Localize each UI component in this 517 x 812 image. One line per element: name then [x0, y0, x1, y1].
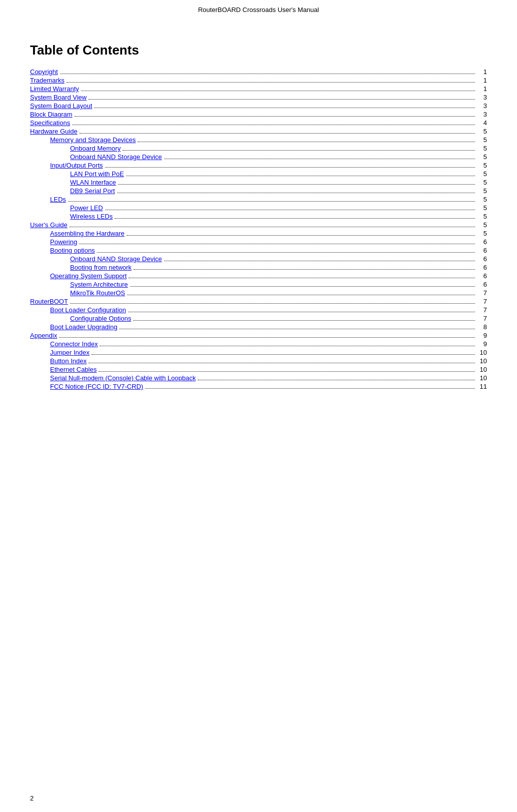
toc-page-number: 5	[477, 196, 487, 203]
toc-link[interactable]: RouterBOOT	[30, 298, 68, 305]
page-content: Table of Contents Copyright1Trademarks1L…	[0, 18, 517, 421]
toc-link[interactable]: User's Guide	[30, 221, 68, 229]
toc-link[interactable]: Boot Loader Configuration	[50, 306, 126, 314]
toc-dots	[134, 269, 475, 270]
toc-entry: Input/Output Ports5	[30, 162, 487, 169]
toc-entry: Serial Null-modem (Console) Cable with L…	[30, 374, 487, 382]
toc-entry: Trademarks1	[30, 77, 487, 84]
toc-page-number: 5	[477, 179, 487, 186]
toc-link[interactable]: Configurable Options	[70, 315, 131, 322]
toc-dots	[59, 337, 475, 338]
toc-dots	[145, 388, 475, 389]
toc-link[interactable]: Wireless LEDs	[70, 213, 113, 220]
toc-link[interactable]: Hardware Guide	[30, 128, 78, 135]
toc-list: Copyright1Trademarks1Limited Warranty1Sy…	[30, 68, 487, 390]
toc-link[interactable]: System Architecture	[70, 281, 128, 288]
toc-dots	[123, 150, 475, 151]
toc-link[interactable]: Operating System Support	[50, 272, 127, 280]
toc-link[interactable]: Serial Null-modem (Console) Cable with L…	[50, 374, 196, 382]
toc-link[interactable]: Copyright	[30, 68, 58, 76]
toc-dots	[94, 108, 475, 108]
toc-page-number: 7	[477, 315, 487, 322]
toc-link[interactable]: Onboard NAND Storage Device	[70, 153, 162, 161]
toc-link[interactable]: Trademarks	[30, 77, 65, 84]
toc-link[interactable]: Appendix	[30, 332, 57, 339]
toc-link[interactable]: Button Index	[50, 357, 87, 365]
toc-page-number: 4	[477, 119, 487, 127]
toc-link[interactable]: System Board Layout	[30, 102, 92, 110]
toc-page-number: 6	[477, 255, 487, 263]
toc-link[interactable]: FCC Notice (FCC ID: TV7-CRD)	[50, 383, 143, 390]
toc-dots	[117, 193, 475, 193]
toc-link[interactable]: Onboard Memory	[70, 145, 121, 152]
page-number: 2	[30, 794, 34, 802]
toc-link[interactable]: System Board View	[30, 94, 87, 101]
toc-link[interactable]: Booting options	[50, 247, 95, 254]
toc-link[interactable]: Booting from network	[70, 264, 132, 271]
toc-page-number: 10	[477, 357, 487, 365]
toc-dots	[127, 295, 475, 295]
toc-link[interactable]: LEDs	[50, 196, 66, 203]
toc-entry: System Board View3	[30, 94, 487, 101]
toc-link[interactable]: Onboard NAND Storage Device	[70, 255, 162, 263]
toc-dots	[89, 99, 475, 100]
toc-page-number: 7	[477, 289, 487, 297]
toc-dots	[105, 167, 475, 168]
toc-dots	[92, 354, 475, 355]
toc-link[interactable]: MikroTik RouterOS	[70, 289, 125, 297]
toc-entry: Copyright1	[30, 68, 487, 76]
toc-page-number: 3	[477, 111, 487, 118]
toc-entry: Boot Loader Configuration7	[30, 306, 487, 314]
toc-link[interactable]: Memory and Storage Devices	[50, 136, 136, 144]
toc-page-number: 8	[477, 323, 487, 331]
toc-link[interactable]: LAN Port with PoE	[70, 170, 124, 178]
toc-title: Table of Contents	[30, 43, 487, 58]
toc-dots	[89, 363, 475, 363]
toc-dots	[119, 329, 475, 329]
toc-page-number: 5	[477, 221, 487, 229]
toc-dots	[129, 278, 475, 278]
toc-link[interactable]: Block Diagram	[30, 111, 73, 118]
toc-page-number: 6	[477, 264, 487, 271]
toc-link[interactable]: DB9 Serial Port	[70, 187, 115, 195]
toc-dots	[60, 74, 475, 74]
toc-link[interactable]: Assembling the Hardware	[50, 230, 125, 237]
page-footer: 2	[30, 794, 34, 802]
toc-link[interactable]: Boot Loader Upgrading	[50, 323, 117, 331]
toc-page-number: 5	[477, 187, 487, 195]
toc-link[interactable]: Specifications	[30, 119, 70, 127]
toc-entry: Memory and Storage Devices5	[30, 136, 487, 144]
toc-link[interactable]: Power LED	[70, 204, 103, 212]
toc-entry: Connector Index9	[30, 340, 487, 348]
toc-entry: Onboard NAND Storage Device5	[30, 153, 487, 161]
toc-entry: Booting from network6	[30, 264, 487, 271]
toc-entry: Onboard Memory5	[30, 145, 487, 152]
toc-link[interactable]: Connector Index	[50, 340, 98, 348]
toc-entry: DB9 Serial Port5	[30, 187, 487, 195]
toc-entry: Appendix9	[30, 332, 487, 339]
toc-page-number: 5	[477, 213, 487, 220]
toc-link[interactable]: Powering	[50, 238, 77, 246]
toc-entry: MikroTik RouterOS7	[30, 289, 487, 297]
toc-entry: RouterBOOT7	[30, 298, 487, 305]
toc-dots	[100, 346, 475, 346]
toc-page-number: 3	[477, 102, 487, 110]
toc-link[interactable]: Limited Warranty	[30, 85, 79, 93]
toc-page-number: 5	[477, 170, 487, 178]
toc-link[interactable]: WLAN Interface	[70, 179, 116, 186]
toc-page-number: 5	[477, 230, 487, 237]
toc-entry: WLAN Interface5	[30, 179, 487, 186]
toc-entry: Specifications4	[30, 119, 487, 127]
toc-link[interactable]: Ethernet Cables	[50, 366, 97, 373]
toc-page-number: 5	[477, 145, 487, 152]
toc-page-number: 6	[477, 238, 487, 246]
toc-link[interactable]: Input/Output Ports	[50, 162, 103, 169]
toc-link[interactable]: Jumper Index	[50, 349, 90, 356]
toc-entry: Boot Loader Upgrading8	[30, 323, 487, 331]
toc-dots	[67, 82, 475, 83]
toc-entry: Configurable Options7	[30, 315, 487, 322]
toc-dots	[118, 184, 475, 185]
toc-dots	[130, 286, 475, 287]
toc-entry: System Architecture6	[30, 281, 487, 288]
toc-dots	[97, 252, 475, 253]
